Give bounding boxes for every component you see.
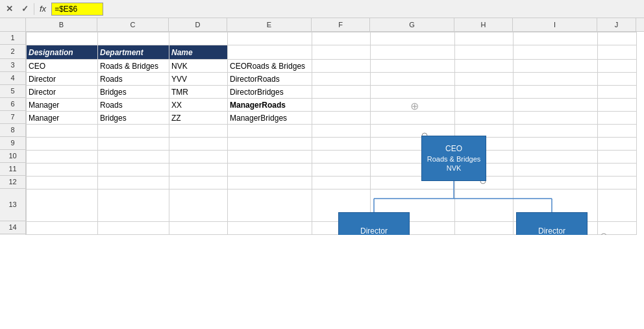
cell-h4[interactable] — [455, 73, 514, 86]
cell-d5[interactable]: TMR — [169, 86, 228, 99]
cell-b4[interactable]: Director — [27, 73, 98, 86]
row-header-6[interactable]: 6 — [0, 98, 25, 111]
cell-e2[interactable] — [228, 45, 312, 60]
cell-j1[interactable] — [598, 32, 637, 45]
cell-i4[interactable] — [514, 73, 598, 86]
org-box-ceo[interactable]: CEO Roads & Bridges NVK — [421, 136, 486, 181]
cell-i3[interactable] — [514, 60, 598, 73]
cell-b5[interactable]: Director — [27, 86, 98, 99]
col-header-i[interactable]: I — [513, 18, 597, 31]
cell-g1[interactable] — [371, 32, 455, 45]
cell-h5[interactable] — [455, 86, 514, 99]
formula-separator — [34, 3, 34, 15]
cell-e4[interactable]: DirectorRoads — [228, 73, 312, 86]
cell-j2[interactable] — [598, 45, 637, 60]
cell-h3[interactable] — [455, 60, 514, 73]
cancel-button[interactable]: ✕ — [3, 3, 16, 16]
cell-j5[interactable] — [598, 86, 637, 99]
cell-e3[interactable]: CEORoads & Bridges — [228, 60, 312, 73]
cell-j6[interactable] — [598, 99, 637, 112]
col-header-h[interactable]: H — [454, 18, 513, 31]
cell-j7[interactable] — [598, 112, 637, 125]
cell-c5[interactable]: Bridges — [98, 86, 169, 99]
cell-d6[interactable]: XX — [169, 99, 228, 112]
cell-h1[interactable] — [455, 32, 514, 45]
cell-i1[interactable] — [514, 32, 598, 45]
cell-g7[interactable] — [371, 112, 455, 125]
table-row: Designation Department Name — [27, 45, 637, 60]
col-header-e[interactable]: E — [227, 18, 312, 31]
col-header-d[interactable]: D — [169, 18, 227, 31]
cell-i6[interactable] — [514, 99, 598, 112]
cell-g2[interactable] — [371, 45, 455, 60]
cell-c4[interactable]: Roads — [98, 73, 169, 86]
table-row — [27, 151, 637, 164]
org-box-dir-bridges-title: Director — [538, 226, 565, 235]
cell-e6[interactable]: ManagerRoads — [228, 99, 312, 112]
cell-c2[interactable]: Department — [98, 45, 169, 60]
cell-c7[interactable]: Bridges — [98, 112, 169, 125]
cell-b1[interactable] — [27, 32, 98, 45]
cell-j3[interactable] — [598, 60, 637, 73]
cell-e1[interactable] — [228, 32, 312, 45]
row-header-14[interactable]: 14 — [0, 221, 25, 234]
cell-c6[interactable]: Roads — [98, 99, 169, 112]
row-header-12[interactable]: 12 — [0, 176, 25, 189]
row-header-5[interactable]: 5 — [0, 85, 25, 98]
cell-h2[interactable] — [455, 45, 514, 60]
org-box-ceo-name: NVK — [447, 164, 462, 173]
col-header-g[interactable]: G — [370, 18, 454, 31]
cell-f3[interactable] — [312, 60, 371, 73]
org-box-dir-bridges[interactable]: Director Bridges TMR — [516, 212, 588, 235]
row-header-13[interactable]: 13 — [0, 189, 25, 221]
col-header-f[interactable]: F — [312, 18, 370, 31]
row-header-10[interactable]: 10 — [0, 150, 25, 163]
cell-f5[interactable] — [312, 86, 371, 99]
cell-c1[interactable] — [98, 32, 169, 45]
cell-f1[interactable] — [312, 32, 371, 45]
col-header-j[interactable]: J — [597, 18, 636, 31]
cell-b3[interactable]: CEO — [27, 60, 98, 73]
row-header-11[interactable]: 11 — [0, 163, 25, 176]
cell-j4[interactable] — [598, 73, 637, 86]
cell-h7[interactable] — [455, 112, 514, 125]
cell-f2[interactable] — [312, 45, 371, 60]
row-header-7[interactable]: 7 — [0, 111, 25, 124]
col-header-b[interactable]: B — [26, 18, 97, 31]
cell-d7[interactable]: ZZ — [169, 112, 228, 125]
cell-f6[interactable] — [312, 99, 371, 112]
formula-input[interactable]: =$E$6 — [51, 3, 103, 16]
cell-i5[interactable] — [514, 86, 598, 99]
row-header-2[interactable]: 2 — [0, 45, 25, 59]
cell-b7[interactable]: Manager — [27, 112, 98, 125]
cell-b2[interactable]: Designation — [27, 45, 98, 60]
column-headers: B C D E F G H I J — [0, 18, 644, 32]
cell-f7[interactable] — [312, 112, 371, 125]
cell-g4[interactable] — [371, 73, 455, 86]
row-header-4[interactable]: 4 — [0, 72, 25, 85]
cell-e5[interactable]: DirectorBridges — [228, 86, 312, 99]
row-header-8[interactable]: 8 — [0, 124, 25, 137]
col-header-c[interactable]: C — [97, 18, 169, 31]
cell-c3[interactable]: Roads & Bridges — [98, 60, 169, 73]
cell-h6[interactable] — [455, 99, 514, 112]
cell-d3[interactable]: NVK — [169, 60, 228, 73]
cell-b6[interactable]: Manager — [27, 99, 98, 112]
cell-i2[interactable] — [514, 45, 598, 60]
cell-d1[interactable] — [169, 32, 228, 45]
cell-g3[interactable] — [371, 60, 455, 73]
cell-d4[interactable]: YVV — [169, 73, 228, 86]
data-table: Designation Department Name CEO Roads & … — [26, 32, 637, 235]
cell-i7[interactable] — [514, 112, 598, 125]
org-box-dir-roads[interactable]: Director Roads YVV — [338, 212, 410, 235]
row-header-3[interactable]: 3 — [0, 59, 25, 72]
row-header-1[interactable]: 1 — [0, 32, 25, 45]
row-header-9[interactable]: 9 — [0, 137, 25, 150]
confirm-button[interactable]: ✓ — [18, 3, 31, 16]
chain-icon: ⊕ — [410, 100, 419, 112]
cell-e7[interactable]: ManagerBridges — [228, 112, 312, 125]
cell-f4[interactable] — [312, 73, 371, 86]
cell-d2[interactable]: Name — [169, 45, 228, 60]
spreadsheet[interactable]: Designation Department Name CEO Roads & … — [26, 32, 644, 235]
cell-g5[interactable] — [371, 86, 455, 99]
